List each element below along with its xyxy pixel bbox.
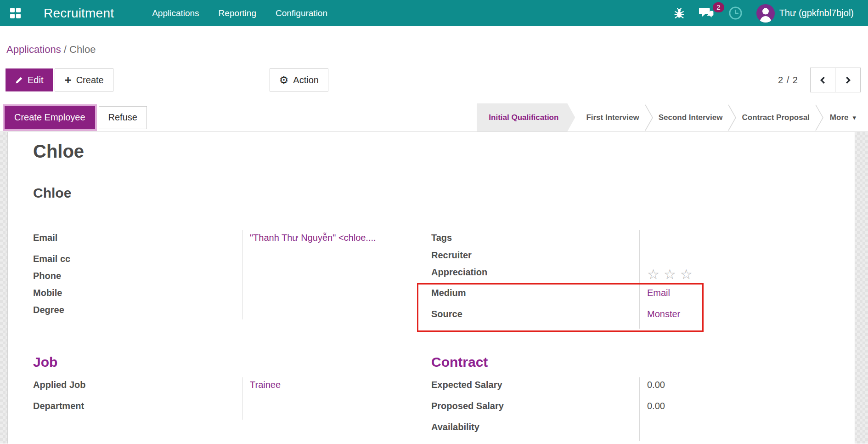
appreciation-rating: ☆☆☆: [647, 267, 697, 281]
activities-clock-icon[interactable]: [721, 6, 750, 20]
applied-job-label: Applied Job: [33, 377, 242, 398]
availability-label: Availability: [431, 420, 639, 441]
field-row-medium: Medium Email: [431, 285, 829, 307]
chevron-right-icon: [844, 76, 852, 85]
expected-salary-value: 0.00: [647, 380, 665, 390]
content-background: Chloe Chloe Email "Thanh Thư Nguyễn" <ch…: [0, 132, 868, 444]
caret-down-icon: ▾: [852, 114, 856, 122]
field-group-sections: Job Applied Job Trainee Department Contr…: [33, 354, 829, 441]
breadcrumb-separator: /: [64, 44, 69, 55]
stage-separator-icon: [727, 103, 737, 131]
avatar: [756, 4, 775, 23]
email-value-link[interactable]: "Thanh Thư Nguyễn" <chloe....: [250, 233, 376, 243]
statusbar-buttons: Create Employee Refuse: [0, 106, 147, 129]
proposed-salary-label: Proposed Salary: [431, 398, 639, 420]
source-label: Source: [431, 307, 639, 329]
plus-icon: +: [64, 75, 71, 85]
contract-section-heading: Contract: [431, 354, 829, 370]
recruiter-label: Recruiter: [431, 248, 639, 265]
gear-icon: ⚙: [279, 75, 289, 85]
field-row-expected-salary: Expected Salary 0.00: [431, 377, 829, 398]
edit-pencil-icon: [15, 76, 23, 84]
field-row-degree: Degree: [33, 302, 411, 319]
star-icon[interactable]: ☆: [680, 267, 697, 282]
action-button[interactable]: ⚙ Action: [270, 68, 328, 91]
stage-pipeline: Initial Qualification First Interview Se…: [477, 103, 868, 131]
stage-first-interview[interactable]: First Interview: [581, 103, 643, 131]
personal-fields-column: Email "Thanh Thư Nguyễn" <chloe.... Emai…: [33, 230, 411, 329]
menu-applications[interactable]: Applications: [142, 0, 209, 26]
breadcrumb-applications-link[interactable]: Applications: [6, 44, 61, 55]
source-value-link[interactable]: Monster: [647, 309, 680, 319]
stage-second-interview[interactable]: Second Interview: [654, 103, 727, 131]
field-row-source: Source Monster: [431, 307, 829, 329]
phone-label: Phone: [33, 268, 242, 285]
create-button[interactable]: + Create: [55, 68, 113, 91]
meta-fields-column: Tags Recruiter Appreciation ☆☆☆ Medium E…: [431, 230, 829, 329]
record-subtitle: Chloe: [33, 185, 829, 201]
pager-buttons: [810, 68, 861, 92]
email-label: Email: [33, 230, 242, 251]
field-row-tags: Tags: [431, 230, 829, 248]
systray: 2 Thư (gpkfnbl7bjol): [666, 4, 868, 23]
tags-label: Tags: [431, 230, 639, 248]
previous-record-button[interactable]: [810, 68, 835, 92]
apps-grid-icon[interactable]: [10, 8, 21, 18]
medium-value-link[interactable]: Email: [647, 288, 670, 298]
department-label: Department: [33, 398, 242, 420]
stage-separator-icon: [814, 103, 824, 131]
field-row-availability: Availability: [431, 420, 829, 441]
stage-contract-proposal[interactable]: Contract Proposal: [737, 103, 814, 131]
user-menu[interactable]: Thư (gpkfnbl7bjol): [750, 4, 861, 23]
control-buttons-row: Edit + Create ⚙ Action 2 / 2: [0, 68, 868, 91]
action-button-label: Action: [293, 75, 319, 85]
menu-reporting[interactable]: Reporting: [209, 0, 266, 26]
statusbar: Create Employee Refuse Initial Qualifica…: [0, 103, 868, 132]
field-row-email: Email "Thanh Thư Nguyễn" <chloe....: [33, 230, 411, 251]
app-title: Recruitment: [44, 6, 114, 21]
field-row-appreciation: Appreciation ☆☆☆: [431, 265, 829, 285]
refuse-button[interactable]: Refuse: [99, 106, 147, 129]
create-button-label: Create: [76, 75, 104, 85]
field-row-department: Department: [33, 398, 411, 420]
breadcrumb-current: Chloe: [69, 44, 96, 55]
contract-section: Contract Expected Salary 0.00 Proposed S…: [431, 354, 829, 441]
user-name: Thư (gpkfnbl7bjol): [779, 8, 854, 18]
field-row-mobile: Mobile: [33, 285, 411, 302]
degree-label: Degree: [33, 302, 242, 319]
stage-more-dropdown[interactable]: More ▾: [824, 103, 868, 131]
more-label: More: [830, 113, 849, 122]
pager-counter[interactable]: 2 / 2: [778, 75, 798, 85]
control-panel: Applications / Chloe Edit + Create ⚙ Act…: [0, 26, 868, 103]
email-cc-label: Email cc: [33, 251, 242, 268]
field-row-phone: Phone: [33, 268, 411, 285]
messages-icon[interactable]: 2: [692, 6, 721, 20]
edit-button-label: Edit: [28, 75, 43, 85]
applied-job-value-link[interactable]: Trainee: [250, 380, 281, 390]
expected-salary-label: Expected Salary: [431, 377, 639, 398]
breadcrumb: Applications / Chloe: [0, 26, 868, 56]
stage-separator-icon: [644, 103, 654, 131]
stage-initial-qualification[interactable]: Initial Qualification: [477, 103, 575, 131]
pager: 2 / 2: [778, 68, 861, 92]
edit-button[interactable]: Edit: [6, 68, 53, 91]
star-icon[interactable]: ☆: [664, 267, 680, 282]
field-row-proposed-salary: Proposed Salary 0.00: [431, 398, 829, 420]
field-row-applied-job: Applied Job Trainee: [33, 377, 411, 398]
menu-configuration[interactable]: Configuration: [266, 0, 337, 26]
field-row-email-cc: Email cc: [33, 251, 411, 268]
main-menu: Applications Reporting Configuration: [142, 0, 337, 26]
job-section: Job Applied Job Trainee Department: [33, 354, 411, 441]
appreciation-label: Appreciation: [431, 265, 639, 285]
medium-label: Medium: [431, 285, 639, 307]
next-record-button[interactable]: [835, 68, 861, 92]
field-row-recruiter: Recruiter: [431, 248, 829, 265]
debug-bug-icon[interactable]: [666, 7, 692, 19]
create-employee-button[interactable]: Create Employee: [5, 106, 95, 129]
star-icon[interactable]: ☆: [647, 267, 664, 282]
field-group-top: Email "Thanh Thư Nguyễn" <chloe.... Emai…: [33, 230, 829, 329]
job-section-heading: Job: [33, 354, 411, 370]
form-sheet: Chloe Chloe Email "Thanh Thư Nguyễn" <ch…: [7, 132, 855, 444]
mobile-label: Mobile: [33, 285, 242, 302]
top-navbar: Recruitment Applications Reporting Confi…: [0, 0, 868, 26]
